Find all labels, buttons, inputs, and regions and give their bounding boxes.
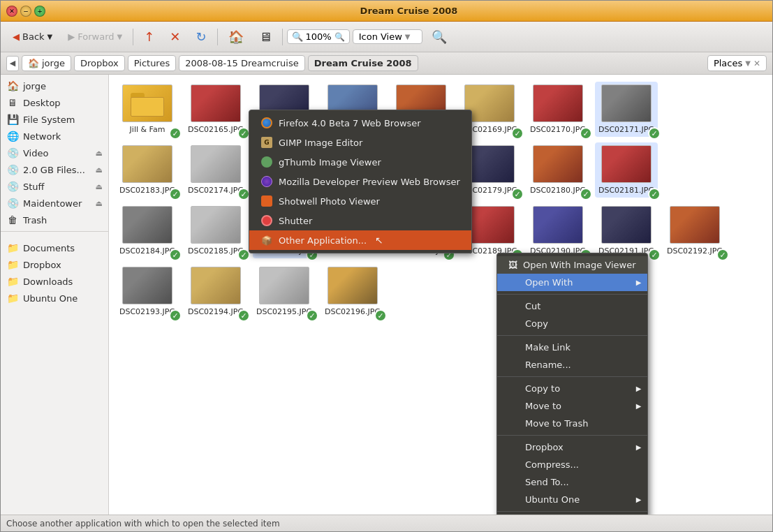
- context-move-to[interactable]: Move to: [497, 397, 647, 415]
- sidebar-item-downloads[interactable]: 📁 Downloads: [1, 273, 108, 290]
- back-button[interactable]: ◀ Back ▼: [6, 28, 59, 45]
- file-item[interactable]: ✓ DSC02185.JPG: [184, 203, 247, 258]
- media-icon: 💿: [6, 147, 19, 159]
- search-button[interactable]: 🔍: [425, 26, 453, 47]
- eject-icon[interactable]: ⏏: [96, 182, 103, 191]
- file-item[interactable]: ✓ DSC02193.JPG: [116, 264, 179, 319]
- view-selector[interactable]: Icon View ▼: [353, 29, 422, 44]
- window-controls: ✕ − +: [6, 6, 45, 17]
- context-send-to[interactable]: Send To...: [497, 473, 647, 491]
- breadcrumb-dropbox[interactable]: Dropbox: [74, 55, 125, 71]
- file-item[interactable]: ✓ DSC02174.JPG: [184, 142, 247, 198]
- places-button[interactable]: Places ▼ ✕: [707, 55, 767, 71]
- sidebar-item-maidentower[interactable]: 💿 Maidentower ⏏: [1, 195, 108, 212]
- context-dropbox[interactable]: Dropbox: [497, 438, 647, 456]
- breadcrumb-nav-button[interactable]: ◀: [6, 56, 19, 71]
- file-item[interactable]: ✓ DSC02192.JPG: [663, 203, 726, 258]
- sidebar-item-video[interactable]: 💿 Video ⏏: [1, 145, 108, 161]
- file-item[interactable]: ✓ DSC02183.JPG: [116, 142, 179, 198]
- file-item[interactable]: ✓ DSC02195.JPG: [253, 264, 316, 319]
- home-button[interactable]: 🏠: [222, 26, 250, 47]
- breadcrumb-jorge[interactable]: 🏠 jorge: [22, 55, 71, 71]
- submenu-mozilla[interactable]: Mozilla Developer Preview Web Browser: [249, 172, 471, 191]
- eject-icon[interactable]: ⏏: [96, 149, 103, 158]
- eject-icon[interactable]: ⏏: [96, 165, 103, 175]
- context-move-to-trash[interactable]: Move to Trash: [497, 415, 647, 432]
- breadcrumb-pictures[interactable]: Pictures: [128, 55, 176, 71]
- file-item[interactable]: ✓ Jill & Fam: [116, 82, 179, 137]
- submenu-firefox[interactable]: Firefox 4.0 Beta 7 Web Browser: [249, 113, 471, 133]
- file-item[interactable]: ✓ DSC02196.JPG: [321, 264, 384, 319]
- zoom-in-icon[interactable]: 🔍: [334, 32, 345, 42]
- file-item[interactable]: ✓ DSC02194.JPG: [184, 264, 247, 319]
- file-item[interactable]: ✓ DSC02180.JPG: [527, 142, 589, 198]
- sidebar-item-label: Ubuntu One: [23, 293, 78, 304]
- up-button[interactable]: ↑: [138, 26, 161, 47]
- context-make-link[interactable]: Make Link: [497, 339, 647, 356]
- eject-icon[interactable]: ⏏: [96, 199, 103, 208]
- context-copy[interactable]: Copy: [497, 315, 647, 332]
- sidebar-item-label: Trash: [23, 215, 47, 226]
- submenu-gimp[interactable]: G GIMP Image Editor: [249, 133, 471, 152]
- media-icon: 💿: [6, 180, 19, 193]
- breadcrumb-dreamcruise-2008[interactable]: Dream Cruise 2008: [308, 55, 418, 71]
- sidebar-item-label: 2.0 GB Files...: [23, 165, 85, 175]
- file-item[interactable]: ✓ DSC02170.JPG: [527, 82, 589, 137]
- file-item[interactable]: ✓ DSC02165.JPG: [184, 82, 247, 137]
- mozilla-icon: [260, 175, 273, 188]
- sidebar-item-trash[interactable]: 🗑 Trash: [1, 212, 108, 228]
- file-item[interactable]: ✓ DSC02190.JPG: [527, 203, 589, 258]
- submenu-shotwell[interactable]: Shotwell Photo Viewer: [249, 191, 471, 211]
- context-rename[interactable]: Rename...: [497, 356, 647, 374]
- submenu-open-with: Firefox 4.0 Beta 7 Web Browser G GIMP Im…: [249, 110, 472, 253]
- context-compress[interactable]: Compress...: [497, 456, 647, 473]
- zoom-area: 🔍 100% 🔍: [287, 29, 350, 44]
- file-name: DSC02170.JPG: [530, 125, 586, 134]
- reload-button[interactable]: ↻: [189, 26, 212, 47]
- file-item[interactable]: ✓ DSC02181.JPG: [595, 142, 658, 198]
- file-item[interactable]: ✓ DSC02184.JPG: [116, 203, 179, 258]
- maximize-button[interactable]: +: [34, 6, 45, 17]
- context-ubuntu-one[interactable]: Ubuntu One: [497, 491, 647, 508]
- context-cut[interactable]: Cut: [497, 297, 647, 315]
- file-name: DSC02192.JPG: [667, 246, 723, 256]
- ctx-label: Copy to: [525, 383, 560, 394]
- context-copy-to[interactable]: Copy to: [497, 380, 647, 397]
- stop-button[interactable]: ✕: [163, 26, 186, 47]
- submenu-shutter[interactable]: Shutter: [249, 211, 471, 230]
- sidebar-item-stuff[interactable]: 💿 Stuff ⏏: [1, 178, 108, 195]
- sidebar-item-network[interactable]: 🌐 Network: [1, 128, 108, 145]
- sidebar-item-filesystem[interactable]: 💾 File System: [1, 111, 108, 128]
- sidebar-item-label: Dropbox: [23, 260, 61, 270]
- ctx-label: Open With: [525, 277, 573, 288]
- file-thumbnail: [327, 267, 378, 304]
- media-icon: 💿: [6, 197, 19, 209]
- sidebar-item-jorge[interactable]: 🏠 jorge: [1, 77, 108, 94]
- computer-button[interactable]: 🖥: [253, 26, 278, 47]
- breadcrumb-dreamcruise-date[interactable]: 2008-08-15 Dreamcruise: [179, 55, 305, 71]
- ctx-label: Cut: [525, 301, 540, 311]
- sidebar-item-desktop[interactable]: 🖥 Desktop: [1, 94, 108, 111]
- file-item[interactable]: ✓ DSC02191.JPG: [595, 203, 658, 258]
- home-icon: 🏠: [228, 29, 244, 44]
- sidebar-item-documents[interactable]: 📁 Documents: [1, 239, 108, 256]
- separator-2: [217, 29, 218, 45]
- forward-button[interactable]: ▶ Forward ▼: [61, 28, 128, 45]
- context-open-with-image-viewer[interactable]: 🖼 Open With Image Viewer: [497, 256, 647, 274]
- sidebar-item-label: Desktop: [23, 98, 61, 108]
- zoom-out-icon[interactable]: 🔍: [292, 31, 303, 42]
- sidebar-item-dropbox[interactable]: 📁 Dropbox: [1, 256, 108, 273]
- forward-label: Forward: [78, 31, 114, 42]
- file-name: DSC02194.JPG: [188, 307, 244, 316]
- sidebar-item-2gbfiles[interactable]: 💿 2.0 GB Files... ⏏: [1, 161, 108, 178]
- context-open-with[interactable]: Open With: [497, 274, 647, 291]
- file-item[interactable]: ✓ DSC02171.JPG: [595, 82, 658, 137]
- close-button[interactable]: ✕: [6, 6, 17, 17]
- toolbar: ◀ Back ▼ ▶ Forward ▼ ↑ ✕ ↻ 🏠 🖥 🔍 100%: [1, 22, 772, 52]
- sidebar-item-ubuntuone[interactable]: 📁 Ubuntu One: [1, 290, 108, 306]
- submenu-other-application[interactable]: 📦 Other Application... ↖: [249, 230, 471, 250]
- minimize-button[interactable]: −: [20, 6, 31, 17]
- submenu-gthumb[interactable]: gThumb Image Viewer: [249, 152, 471, 172]
- sub-label: Firefox 4.0 Beta 7 Web Browser: [279, 118, 421, 128]
- places-close-icon[interactable]: ✕: [753, 59, 760, 68]
